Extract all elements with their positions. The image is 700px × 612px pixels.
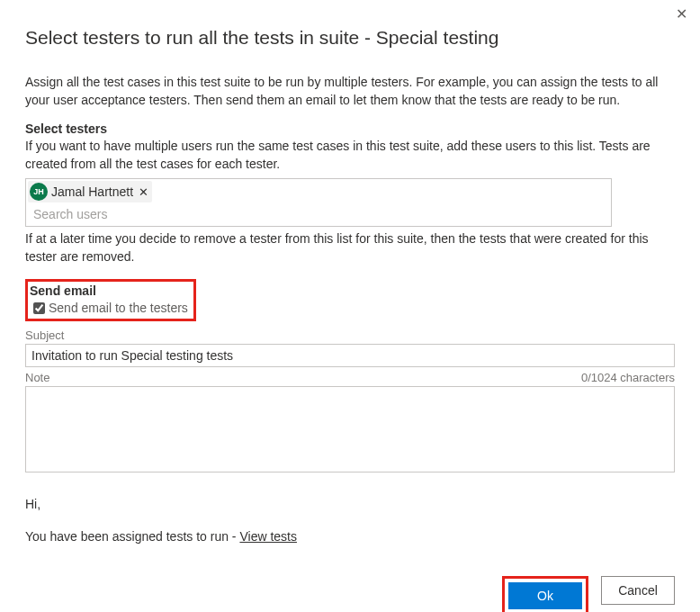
dialog-select-testers: ✕ Select testers to run all the tests in… xyxy=(0,0,700,612)
search-users-row xyxy=(26,204,611,226)
send-email-checkbox-row: Send email to the testers xyxy=(30,300,188,317)
view-tests-link[interactable]: View tests xyxy=(239,529,297,544)
send-email-highlight: Send email Send email to the testers xyxy=(25,279,196,321)
tester-chip-row: JH Jamal Hartnett ✕ xyxy=(26,179,611,204)
send-email-heading: Send email xyxy=(30,284,188,298)
note-label-row: Note 0/1024 characters xyxy=(25,371,675,384)
note-textarea[interactable] xyxy=(25,386,675,472)
search-users-input[interactable] xyxy=(31,206,606,222)
ok-button[interactable]: Ok xyxy=(508,582,582,609)
tester-chip[interactable]: JH Jamal Hartnett ✕ xyxy=(28,181,152,202)
send-email-checkbox[interactable] xyxy=(33,302,45,314)
dialog-description: Assign all the test cases in this test s… xyxy=(25,74,675,109)
preview-body-text: You have been assigned tests to run - xyxy=(25,529,239,544)
tester-picker[interactable]: JH Jamal Hartnett ✕ xyxy=(25,178,612,227)
remove-tester-icon[interactable]: ✕ xyxy=(139,185,148,199)
preview-greeting: Hi, xyxy=(25,497,675,511)
dialog-title: Select testers to run all the tests in s… xyxy=(25,27,675,49)
select-testers-subdesc: If you want to have multiple users run t… xyxy=(25,138,675,173)
preview-body-line: You have been assigned tests to run - Vi… xyxy=(25,529,675,544)
send-email-section: Send email Send email to the testers Sub… xyxy=(25,279,675,475)
close-icon[interactable]: ✕ xyxy=(676,7,687,22)
email-preview: Hi, You have been assigned tests to run … xyxy=(25,497,675,544)
dialog-buttons: Ok Cancel xyxy=(25,576,675,612)
avatar: JH xyxy=(30,183,48,201)
note-label: Note xyxy=(25,371,49,384)
send-email-checkbox-label: Send email to the testers xyxy=(49,301,188,315)
ok-highlight: Ok xyxy=(502,576,588,612)
select-testers-heading: Select testers xyxy=(25,122,675,136)
subject-input[interactable] xyxy=(25,344,675,367)
cancel-button[interactable]: Cancel xyxy=(601,576,675,605)
subject-label: Subject xyxy=(25,328,675,342)
note-char-count: 0/1024 characters xyxy=(581,371,675,384)
remove-tester-note: If at a later time you decide to remove … xyxy=(25,230,675,266)
tester-chip-name: Jamal Hartnett xyxy=(51,184,133,199)
